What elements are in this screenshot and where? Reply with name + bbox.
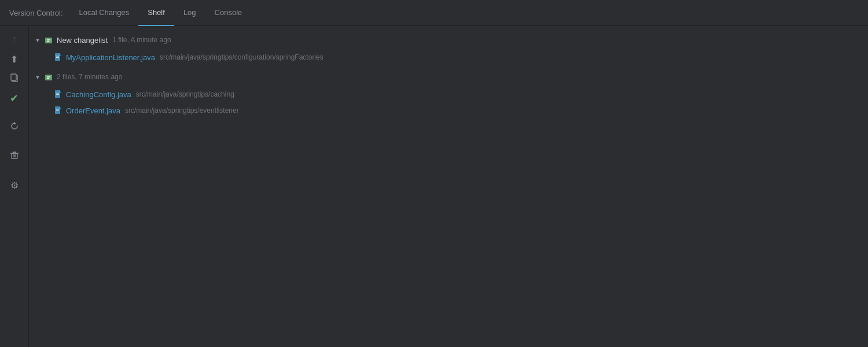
copy-button[interactable] bbox=[6, 70, 23, 87]
svg-rect-1 bbox=[11, 74, 16, 80]
file-item-3[interactable]: OrderEvent.java src/main/java/springtips… bbox=[50, 102, 868, 119]
changelist-icon-2 bbox=[44, 72, 53, 82]
tab-shelf[interactable]: Shelf bbox=[138, 0, 174, 26]
commit-button[interactable]: ⬆ bbox=[6, 50, 23, 68]
delete-button[interactable] bbox=[6, 147, 23, 165]
move-up-icon: ↑ bbox=[12, 34, 17, 45]
file-icon-2 bbox=[54, 90, 62, 99]
changelist-group-1: ▼ New changelist 1 file, A minute ago bbox=[29, 31, 868, 65]
settings-button[interactable]: ⚙ bbox=[6, 176, 23, 194]
file-path-1: src/main/java/springtips/configuration/s… bbox=[160, 53, 323, 61]
chevron-icon-1: ▼ bbox=[34, 37, 42, 43]
changelist-icon-1 bbox=[44, 35, 53, 45]
changelist-meta-1: 1 file, A minute ago bbox=[112, 36, 171, 44]
changelist-header-1[interactable]: ▼ New changelist 1 file, A minute ago bbox=[29, 31, 868, 49]
file-item-2[interactable]: CachingConfig.java src/main/java/springt… bbox=[50, 86, 868, 102]
file-name-2: CachingConfig.java bbox=[66, 90, 131, 99]
chevron-icon-2: ▼ bbox=[34, 74, 42, 80]
changelist-group-2: ▼ 2 files, 7 minutes ago bbox=[29, 68, 868, 119]
file-list-2: CachingConfig.java src/main/java/springt… bbox=[29, 86, 868, 119]
file-path-3: src/main/java/springtips/eventlistener bbox=[125, 106, 239, 115]
settings-icon: ⚙ bbox=[10, 180, 19, 191]
changelist-name-1: New changelist bbox=[57, 36, 108, 45]
sidebar-toolbar: ↑ ⬆ ✔ bbox=[0, 26, 29, 347]
refresh-button[interactable] bbox=[6, 119, 23, 136]
file-icon-1 bbox=[54, 53, 62, 62]
file-list-1: MyApplicationListener.java src/main/java… bbox=[29, 49, 868, 65]
tab-bar: Version Control: Local Changes Shelf Log… bbox=[0, 0, 868, 26]
content-area: ↑ ⬆ ✔ bbox=[0, 26, 868, 347]
file-name-1: MyApplicationListener.java bbox=[66, 53, 155, 62]
tab-local-changes[interactable]: Local Changes bbox=[70, 0, 139, 26]
svg-rect-13 bbox=[45, 75, 52, 80]
file-path-2: src/main/java/springtips/caching bbox=[136, 90, 234, 98]
tab-log[interactable]: Log bbox=[174, 0, 205, 26]
file-tree: ▼ New changelist 1 file, A minute ago bbox=[29, 26, 868, 347]
version-control-label: Version Control: bbox=[5, 9, 68, 17]
refresh-icon bbox=[10, 121, 19, 133]
file-name-3: OrderEvent.java bbox=[66, 106, 120, 115]
changelist-meta-2: 2 files, 7 minutes ago bbox=[57, 73, 122, 81]
changelist-header-2[interactable]: ▼ 2 files, 7 minutes ago bbox=[29, 68, 868, 86]
commit-icon: ⬆ bbox=[10, 54, 18, 65]
delete-icon bbox=[10, 150, 19, 162]
svg-rect-7 bbox=[45, 38, 52, 43]
check-icon: ✔ bbox=[10, 92, 19, 105]
move-up-button[interactable]: ↑ bbox=[6, 31, 23, 48]
tab-console[interactable]: Console bbox=[205, 0, 252, 26]
file-icon-3 bbox=[54, 106, 62, 116]
copy-icon bbox=[10, 73, 19, 84]
check-button[interactable]: ✔ bbox=[6, 90, 23, 107]
file-item-1[interactable]: MyApplicationListener.java src/main/java… bbox=[50, 49, 868, 65]
